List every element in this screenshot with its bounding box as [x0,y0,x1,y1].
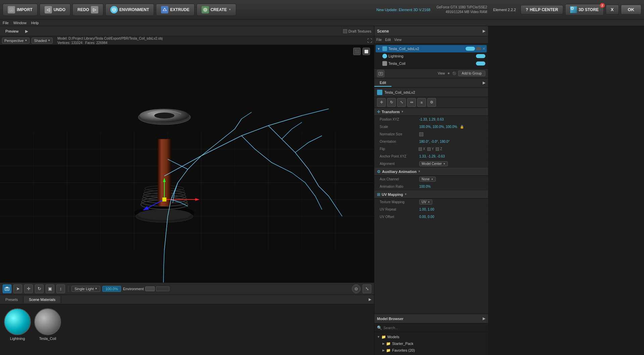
tree-lightning-row[interactable]: Lightning [376,52,487,60]
expand-viewport-btn[interactable]: ⤡ [363,284,371,293]
undo-icon: ◁ [45,6,52,13]
starter-pack-arrow-icon[interactable]: ▶ [382,342,385,345]
fullscreen-icon[interactable]: ⛶ [367,38,372,43]
anchor-value[interactable]: 1.33, -1.29, -0.63 [419,154,445,158]
environment-button[interactable]: ENVIRONMENT [105,4,154,16]
lightning-name: Lightning [388,54,475,58]
model-browser-search-input[interactable] [383,326,485,330]
move-btn[interactable]: ✛ [24,284,33,293]
mb-models-sub: ▶ 📁 Starter_Pack ▶ 📁 Favorites (20) [376,340,487,354]
alignment-dropdown[interactable]: Model Center ▼ [419,161,448,166]
edit-tabs: Edit ▶ [374,78,488,88]
viewport-3d[interactable]: ⬛ ⬜ [0,45,374,282]
mb-models-row[interactable]: ▼ 📁 Models [376,334,487,340]
tesla-coil-visibility-toggle[interactable] [476,61,485,65]
model-browser-expand-icon[interactable]: ▶ [483,316,485,321]
env-toggle-switch[interactable] [145,286,155,291]
frame-btn[interactable]: ▣ [46,284,54,293]
perspective-dropdown[interactable]: Perspective ▼ [2,38,30,44]
view-control-btn2[interactable]: ⬜ [363,48,370,55]
menu-help[interactable]: Help [31,21,39,25]
rotate-btn[interactable]: ↻ [35,284,44,293]
redo-button[interactable]: REDO ▷ [72,4,103,16]
tab-edit[interactable]: Edit [374,79,391,87]
push-btn[interactable]: ↕ [56,284,65,293]
texture-mapping-dropdown[interactable]: UV ▼ [419,199,432,205]
normalize-checkbox[interactable] [419,132,423,136]
move-tool-btn[interactable]: ✛ [377,98,386,107]
fit-view-btn[interactable]: ⊙ [352,284,361,293]
group-lock-icon[interactable] [476,47,481,50]
undo-button[interactable]: ◁ UNDO [40,4,70,16]
environment-label: Environment [123,287,144,291]
group-collapse-icon[interactable]: ▼ [377,47,380,51]
scale-lock-icon[interactable]: 🔒 [460,125,464,129]
pointer-btn[interactable]: ➤ [13,284,22,293]
shaded-dropdown[interactable]: Shaded ▼ [32,38,53,44]
tab-presets[interactable]: Presets [0,296,23,303]
tab-scene-materials[interactable]: Scene Materials [23,296,61,303]
uv-mapping-section-header[interactable]: ⊞ UV Mapping ▼ [374,190,488,198]
presets-expand-icon[interactable]: ▶ [366,297,374,302]
mb-starter-pack-row[interactable]: ▶ 📁 Starter_Pack [381,340,487,347]
scene-view[interactable]: View [394,38,401,42]
scene-file[interactable]: File [376,38,382,42]
scale-value[interactable]: 100.0%, 100.0%, 100.0% [419,125,457,129]
store-button[interactable]: 3D STORE 2 [565,4,604,15]
help-center-button[interactable]: ? HELP CENTER [521,5,563,14]
anim-ratio-value[interactable]: 100.0% [419,185,431,188]
env-intensity-slider[interactable] [156,286,169,291]
models-folder-icon: 📁 [381,335,386,339]
zoom-percentage[interactable]: 100.0% [102,286,121,292]
edit-expand-icon[interactable]: ▶ [480,81,488,85]
import-button[interactable]: IMPORT [3,4,38,16]
camera-btn[interactable] [3,284,11,293]
mirror-tool-btn[interactable]: ⇔ [407,98,416,107]
svg-rect-48 [162,197,166,202]
flip-z-checkbox[interactable] [436,147,439,151]
lightning-visibility-toggle[interactable] [476,54,485,58]
tree-group-row[interactable]: ▼ Tesla_Coil_sdsLv2 ✕ [376,45,487,52]
extrude-button[interactable]: EXTRUDE [156,4,194,16]
flip-x-checkbox[interactable] [419,147,422,151]
viewport-expand-icon[interactable]: ▶ [25,29,28,34]
perspective-label: Perspective [4,39,23,43]
menu-file[interactable]: File [3,21,9,25]
uv-repeat-value[interactable]: 1.00, 1.00 [419,208,434,211]
close-button[interactable]: X [606,5,619,14]
add-to-group-button[interactable]: Add to Group [458,71,485,76]
models-arrow-icon[interactable]: ▼ [377,335,380,339]
settings-tool-btn[interactable]: ⚙ [427,98,436,107]
rotate-tool-btn[interactable]: ↻ [387,98,396,107]
view-control-btn1[interactable]: ⬛ [353,48,361,55]
transform-section-header[interactable]: ✛ Transform ▼ [374,108,488,116]
scene-edit[interactable]: Edit [385,38,391,42]
flip-y-checkbox[interactable] [427,147,431,151]
draft-textures-checkbox[interactable] [343,29,347,33]
preset-lightning[interactable]: Lightning [4,308,31,341]
anchor-row: Anchor Point XYZ 1.33, -1.29, -0.63 [374,153,488,160]
orientation-value[interactable]: 180.0°, -0.0°, 180.0° [419,140,449,143]
create-button[interactable]: CREATE ▼ [197,4,236,16]
tab-preview[interactable]: Preview [3,29,21,34]
edit-obj-icon [377,90,382,95]
preset-tesla-coil[interactable]: Tesla_Coil [34,308,61,341]
ok-button[interactable]: OK [621,5,642,14]
scene-expand-icon[interactable]: ▶ [483,29,485,33]
scene-menu: File Edit View [374,36,488,44]
aux-anim-section-header[interactable]: ⚙ Auxiliary Animation ▼ [374,168,488,176]
position-value[interactable]: -1.33, 1.29, 0.63 [419,118,444,121]
camera-view-icon[interactable] [377,70,384,77]
scale-tool-btn[interactable]: ⤡ [397,98,406,107]
group-visibility-toggle[interactable] [466,47,475,51]
uv-offset-value[interactable]: 0.00, 0.00 [419,215,434,219]
group-close-icon[interactable]: ✕ [482,47,485,51]
aux-channel-dropdown[interactable]: None ▼ [419,177,436,182]
update-info[interactable]: New Update: Element 3D V.2168 [376,8,430,12]
mb-favorites-row[interactable]: ▶ 📁 Favorites (20) [381,347,487,354]
menu-window[interactable]: Window [13,21,26,25]
tree-tesla-coil-row[interactable]: Tesla_Coil [376,60,487,67]
light-dropdown[interactable]: Single Light ▼ [71,286,100,292]
favorites-arrow-icon[interactable]: ▶ [382,349,385,352]
align-tool-btn[interactable]: ≡ [417,98,426,107]
